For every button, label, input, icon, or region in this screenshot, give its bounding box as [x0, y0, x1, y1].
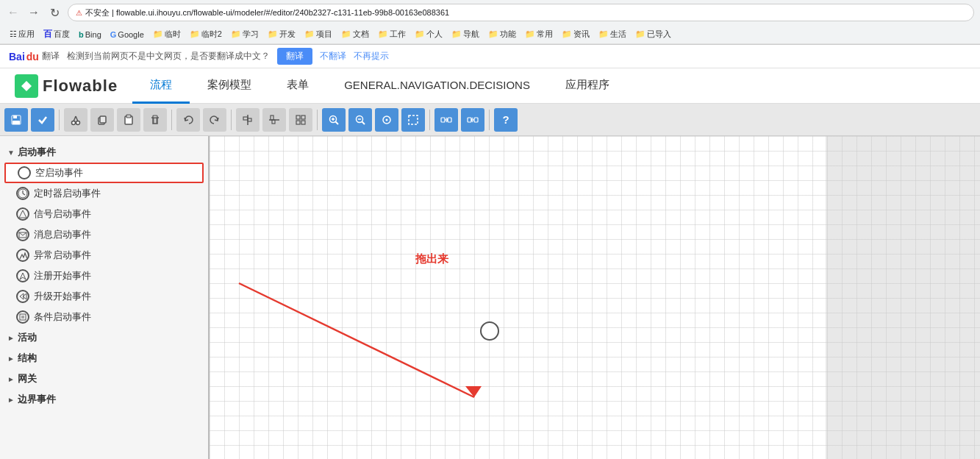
bookmark-info[interactable]: 📁 资讯 — [558, 27, 593, 41]
paste-button[interactable] — [117, 108, 140, 132]
error-start-label: 异常启动事件 — [34, 249, 91, 262]
section-header-activities[interactable]: ► 活动 — [0, 327, 208, 348]
folder-icon-14: 📁 — [635, 29, 645, 39]
logo-svg — [19, 79, 34, 93]
section-header-boundary[interactable]: ► 边界事件 — [0, 389, 208, 410]
redo-button[interactable] — [203, 108, 226, 132]
route-view-button[interactable] — [434, 108, 458, 132]
sidebar-item-error-start[interactable]: 异常启动事件 — [0, 245, 208, 266]
bookmark-tmp2[interactable]: 📁 临时2 — [186, 27, 226, 41]
sidebar-item-conditional-start[interactable]: 条件启动事件 — [0, 307, 208, 327]
expand-triangle-activities: ► — [7, 334, 15, 342]
sidebar-item-timer-start[interactable]: 定时器启动事件 — [0, 183, 208, 204]
grid-button[interactable] — [289, 108, 312, 132]
svg-line-6 — [76, 116, 78, 121]
bookmark-life[interactable]: 📁 生活 — [595, 27, 630, 41]
bookmarks-bar: ☷ 应用 百 百度 b Bing G Google 📁 临时 📁 临时2 📁 学… — [0, 25, 980, 44]
bookmark-personal[interactable]: 📁 个人 — [411, 27, 446, 41]
zoom-in-button[interactable] — [322, 108, 346, 132]
bookmark-baidu[interactable]: 百 百度 — [40, 26, 74, 42]
save-button[interactable] — [4, 108, 28, 132]
svg-point-4 — [76, 121, 80, 124]
check-button[interactable] — [31, 108, 54, 132]
message-start-label: 消息启动事件 — [34, 228, 91, 241]
nav-item-decisions[interactable]: GENERAL.NAVIGATION.DECISIONS — [326, 68, 548, 104]
none-start-icon — [18, 166, 31, 179]
bookmark-project[interactable]: 📁 项目 — [301, 27, 336, 41]
bookmark-docs[interactable]: 📁 文档 — [337, 27, 373, 41]
bookmark-bing[interactable]: b Bing — [75, 29, 105, 40]
align-h-button[interactable] — [262, 108, 286, 132]
nav-bar: ← → ↻ ⚠ 不安全 | flowable.ui.ihouyu.cn/flow… — [0, 0, 980, 25]
bookmark-nav[interactable]: 📁 导航 — [448, 27, 483, 41]
section-header-gateway[interactable]: ► 网关 — [0, 369, 208, 389]
app-logo: Flowable — [0, 74, 132, 98]
svg-rect-10 — [126, 115, 131, 118]
bookmark-apps[interactable]: ☷ 应用 — [6, 27, 38, 41]
forward-button[interactable]: → — [26, 5, 41, 20]
sidebar-item-signal-start[interactable]: 信号启动事件 — [0, 204, 208, 224]
baidu-logo: Baidu 翻译 — [9, 50, 60, 63]
section-label-start-events: 启动事件 — [18, 146, 56, 159]
folder-icon-11: 📁 — [525, 29, 535, 39]
copy-button[interactable] — [90, 108, 114, 132]
zoom-fit-button[interactable] — [375, 108, 398, 132]
bookmark-study[interactable]: 📁 学习 — [227, 27, 262, 41]
svg-rect-47 — [20, 314, 26, 320]
error-start-icon — [16, 249, 29, 262]
escalation-start-label: 注册开始事件 — [34, 269, 91, 282]
cut-button[interactable] — [64, 108, 87, 132]
baidu-logo-accent: du — [26, 51, 39, 63]
bookmark-google[interactable]: G Google — [107, 29, 148, 40]
bookmark-tmp1[interactable]: 📁 临时 — [149, 27, 185, 41]
folder-icon-4: 📁 — [268, 29, 278, 39]
signal-start-label: 信号启动事件 — [34, 207, 91, 221]
svg-rect-23 — [301, 121, 305, 124]
nav-item-form[interactable]: 表单 — [269, 68, 326, 104]
flow-view-button[interactable] — [461, 108, 484, 132]
dropped-start-event — [480, 321, 499, 341]
no-translate-button[interactable]: 不翻译 — [320, 50, 346, 63]
align-v-button[interactable] — [236, 108, 260, 132]
address-bar[interactable]: ⚠ 不安全 | flowable.ui.ihouyu.cn/flowable-u… — [68, 4, 974, 21]
folder-icon-5: 📁 — [304, 29, 315, 39]
back-button[interactable]: ← — [6, 5, 21, 20]
delete-button[interactable] — [143, 108, 167, 132]
no-remind-button[interactable]: 不再提示 — [354, 50, 389, 63]
bookmark-dev[interactable]: 📁 开发 — [264, 27, 299, 41]
expand-triangle-start-events: ▼ — [7, 149, 15, 157]
translate-button[interactable]: 翻译 — [277, 48, 312, 65]
folder-icon-8: 📁 — [415, 29, 425, 39]
bookmark-common[interactable]: 📁 常用 — [521, 27, 557, 41]
svg-line-29 — [362, 121, 365, 124]
undo-button[interactable] — [176, 108, 200, 132]
message-start-icon — [16, 228, 29, 241]
help-button[interactable]: ? — [494, 108, 518, 132]
nav-item-case-model[interactable]: 案例模型 — [190, 68, 269, 104]
sidebar-item-message-start[interactable]: 消息启动事件 — [0, 224, 208, 245]
sidebar-section-gateway: ► 网关 — [0, 369, 208, 389]
nav-item-process[interactable]: 流程 — [132, 68, 190, 104]
bookmark-imported[interactable]: 📁 已导入 — [632, 27, 675, 41]
sidebar-item-compensation-start[interactable]: 升级开始事件 — [0, 286, 208, 307]
app-header: Flowable 流程 案例模型 表单 GENERAL.NAVIGATION.D… — [0, 68, 980, 104]
refresh-button[interactable]: ↻ — [47, 5, 62, 20]
bookmark-work[interactable]: 📁 工作 — [374, 27, 409, 41]
nav-item-app[interactable]: 应用程序 — [548, 68, 627, 104]
bookmark-func[interactable]: 📁 功能 — [484, 27, 520, 41]
section-header-structure[interactable]: ► 结构 — [0, 348, 208, 369]
svg-marker-43 — [19, 210, 26, 218]
select-area-button[interactable] — [401, 108, 425, 132]
svg-line-5 — [74, 116, 76, 121]
zoom-out-button[interactable] — [348, 108, 372, 132]
sidebar-item-escalation-start[interactable]: 注册开始事件 — [0, 266, 208, 286]
canvas-area[interactable]: 拖出来 — [210, 136, 980, 459]
sidebar-item-none-start[interactable]: 空启动事件 — [4, 163, 204, 183]
sidebar-section-activities: ► 活动 — [0, 327, 208, 348]
folder-icon-1: 📁 — [153, 29, 163, 39]
main-navigation: 流程 案例模型 表单 GENERAL.NAVIGATION.DECISIONS … — [132, 68, 980, 104]
sidebar-section-boundary: ► 边界事件 — [0, 389, 208, 410]
svg-point-32 — [386, 118, 388, 121]
section-header-start-events[interactable]: ▼ 启动事件 — [0, 142, 208, 163]
url-text: 不安全 | flowable.ui.ihouyu.cn/flowable-ui/… — [85, 7, 449, 18]
